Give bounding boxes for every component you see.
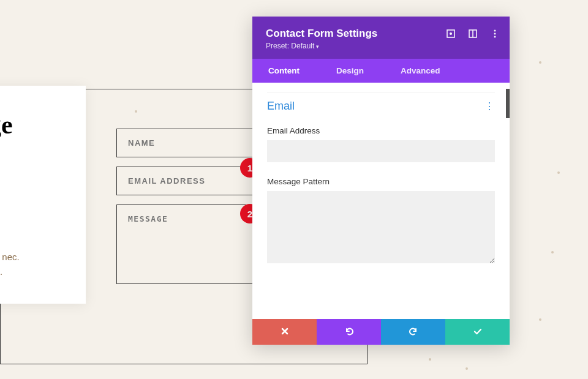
section-more-icon[interactable]: ⋮ bbox=[484, 100, 495, 112]
bg-text-card: age itasse nec. ac leo. bbox=[0, 86, 86, 304]
bg-paragraph-line: ac leo. bbox=[0, 265, 74, 279]
tab-advanced[interactable]: Advanced bbox=[390, 59, 451, 83]
undo-icon bbox=[344, 326, 354, 338]
undo-button[interactable] bbox=[317, 319, 381, 345]
check-icon bbox=[473, 326, 483, 338]
decorative-dot bbox=[429, 358, 431, 361]
svg-point-1 bbox=[450, 33, 452, 35]
decorative-dot bbox=[539, 318, 541, 321]
redo-button[interactable] bbox=[381, 319, 445, 345]
snap-icon[interactable] bbox=[468, 29, 478, 39]
close-icon bbox=[281, 327, 289, 337]
email-address-input[interactable] bbox=[267, 140, 495, 162]
tab-content[interactable]: Content bbox=[257, 59, 311, 83]
more-icon[interactable] bbox=[490, 29, 500, 39]
panel-body: Email ⋮ Email Address Message Pattern bbox=[252, 83, 510, 319]
bg-paragraph-line: itasse nec. bbox=[0, 250, 74, 265]
scrollbar-thumb[interactable] bbox=[506, 89, 510, 118]
decorative-dot bbox=[466, 367, 468, 370]
redo-icon bbox=[409, 326, 418, 338]
decorative-dot bbox=[539, 61, 541, 64]
cancel-button[interactable] bbox=[252, 319, 317, 345]
svg-point-5 bbox=[494, 33, 496, 35]
decorative-dot bbox=[551, 251, 554, 253]
email-address-label: Email Address bbox=[267, 126, 495, 135]
decorative-dot bbox=[135, 110, 137, 113]
expand-icon[interactable] bbox=[446, 29, 456, 39]
svg-point-4 bbox=[494, 30, 496, 32]
section-header: Email ⋮ bbox=[267, 100, 495, 113]
settings-panel: Contact Form Settings Preset: Default Co… bbox=[252, 17, 510, 345]
panel-header-actions bbox=[446, 29, 500, 39]
bg-heading: age bbox=[0, 110, 74, 140]
message-pattern-input[interactable] bbox=[267, 191, 495, 263]
section-title[interactable]: Email bbox=[267, 100, 295, 113]
panel-tabs: Content Design Advanced bbox=[252, 59, 510, 83]
message-pattern-label: Message Pattern bbox=[267, 177, 495, 186]
svg-point-6 bbox=[494, 36, 496, 38]
preset-dropdown[interactable]: Preset: Default bbox=[266, 42, 496, 50]
panel-footer bbox=[252, 319, 510, 345]
tab-design[interactable]: Design bbox=[325, 59, 375, 83]
save-button[interactable] bbox=[445, 319, 510, 345]
panel-header: Contact Form Settings Preset: Default bbox=[252, 17, 510, 59]
decorative-dot bbox=[557, 171, 560, 174]
